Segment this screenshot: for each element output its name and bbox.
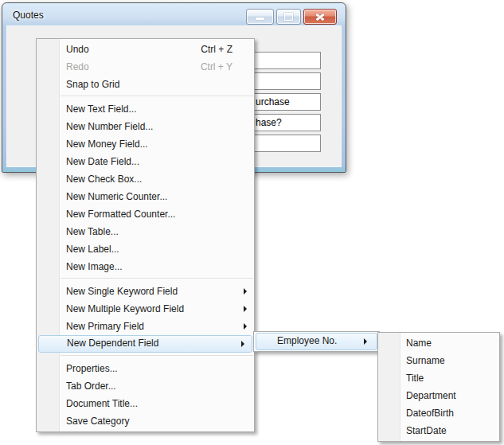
menu-item-surname[interactable]: Surname — [378, 352, 499, 369]
menu-item-new-image[interactable]: New Image... — [37, 258, 254, 275]
menu-item-label: New Numeric Counter... — [66, 191, 167, 202]
menu-item-new-multiple-keyword-field[interactable]: New Multiple Keyword Field — [37, 300, 254, 318]
menu-item-redo[interactable]: Redo Ctrl + Y — [37, 58, 254, 76]
dependent-field-submenu: Employee No. — [253, 331, 380, 352]
menu-item-label: Employee No. — [277, 335, 337, 346]
maximize-button[interactable] — [276, 9, 301, 25]
menu-item-label: New Table... — [66, 226, 119, 237]
menu-item-document-title[interactable]: Document Title... — [37, 395, 254, 412]
employee-no-submenu: Name Surname Title Department DateofBirt… — [377, 332, 500, 442]
menu-item-new-dependent-field[interactable]: New Dependent Field — [38, 335, 252, 353]
menu-shortcut: Ctrl + Y — [201, 58, 232, 76]
menu-item-save-category[interactable]: Save Category — [37, 412, 254, 430]
menu-item-label: Name — [406, 338, 432, 349]
window-controls — [246, 9, 337, 25]
menu-separator — [61, 278, 253, 279]
menu-item-new-primary-field[interactable]: New Primary Field — [37, 318, 254, 335]
menu-item-snap-to-grid[interactable]: Snap to Grid — [37, 76, 254, 93]
menu-item-new-label[interactable]: New Label... — [37, 240, 254, 258]
menu-item-label: New Primary Field — [66, 321, 144, 332]
menu-item-label: New Formatted Counter... — [66, 209, 175, 220]
menu-item-new-money-field[interactable]: New Money Field... — [37, 135, 254, 153]
menu-separator — [61, 96, 253, 97]
menu-item-name[interactable]: Name — [378, 334, 499, 352]
menu-item-title[interactable]: Title — [378, 369, 499, 387]
minimize-button[interactable] — [246, 9, 274, 25]
minimize-icon — [256, 18, 264, 20]
menu-item-label: New Text Field... — [66, 103, 136, 115]
maximize-icon — [284, 13, 293, 21]
menu-item-label: Undo — [66, 44, 89, 55]
window-title: Quotes — [13, 10, 44, 21]
menu-item-label: New Label... — [66, 244, 119, 255]
submenu-arrow-icon — [244, 306, 247, 312]
menu-item-label: Tab Order... — [66, 381, 116, 392]
menu-item-label: DateofBirth — [406, 408, 454, 419]
menu-item-employee-no[interactable]: Employee No. — [256, 333, 377, 350]
close-button[interactable] — [303, 9, 337, 25]
menu-item-department[interactable]: Department — [378, 387, 499, 404]
menu-item-label: New Single Keyword Field — [66, 286, 178, 297]
menu-item-startdate[interactable]: StartDate — [378, 422, 499, 439]
menu-item-label: New Image... — [66, 261, 123, 272]
menu-item-label: Snap to Grid — [66, 79, 119, 90]
menu-item-new-formatted-counter[interactable]: New Formatted Counter... — [37, 205, 254, 223]
menu-item-new-check-box[interactable]: New Check Box... — [37, 170, 254, 188]
menu-item-label: Title — [406, 373, 424, 384]
menu-item-label: StartDate — [406, 425, 447, 436]
titlebar[interactable]: Quotes — [2, 3, 346, 26]
menu-item-label: New Date Field... — [66, 156, 139, 167]
menu-item-label: New Money Field... — [66, 139, 148, 150]
menu-item-properties[interactable]: Properties... — [37, 360, 254, 377]
menu-item-new-number-field[interactable]: New Number Field... — [37, 118, 254, 135]
menu-item-label: New Check Box... — [66, 174, 142, 185]
menu-item-dateofbirth[interactable]: DateofBirth — [378, 404, 499, 422]
menu-item-undo[interactable]: Undo Ctrl + Z — [37, 41, 254, 58]
menu-item-label: New Dependent Field — [67, 338, 158, 349]
menu-item-new-single-keyword-field[interactable]: New Single Keyword Field — [37, 283, 254, 300]
menu-item-label: Save Category — [66, 416, 129, 427]
menu-item-tab-order[interactable]: Tab Order... — [37, 377, 254, 395]
menu-item-new-date-field[interactable]: New Date Field... — [37, 153, 254, 170]
menu-item-label: Document Title... — [66, 398, 138, 409]
menu-item-new-text-field[interactable]: New Text Field... — [37, 100, 254, 118]
close-icon — [315, 13, 325, 21]
menu-item-label: New Number Field... — [66, 121, 153, 132]
menu-item-label: Surname — [406, 355, 445, 366]
submenu-arrow-icon — [241, 341, 244, 347]
submenu-arrow-icon — [244, 288, 247, 295]
menu-item-label: Redo — [66, 61, 89, 72]
menu-item-label: New Multiple Keyword Field — [66, 303, 184, 314]
menu-item-label: Department — [406, 390, 456, 401]
menu-item-label: Properties... — [66, 363, 118, 374]
submenu-arrow-icon — [364, 338, 367, 345]
context-menu: Undo Ctrl + Z Redo Ctrl + Y Snap to Grid… — [36, 38, 255, 432]
menu-item-new-table[interactable]: New Table... — [37, 223, 254, 240]
menu-separator — [61, 355, 253, 357]
menu-item-new-numeric-counter[interactable]: New Numeric Counter... — [37, 188, 254, 205]
submenu-arrow-icon — [244, 323, 247, 330]
menu-shortcut: Ctrl + Z — [201, 41, 232, 58]
